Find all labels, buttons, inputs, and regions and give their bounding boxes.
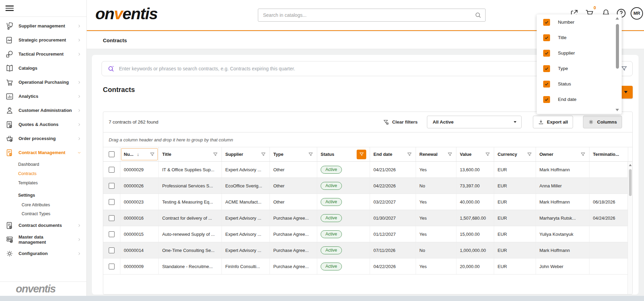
row-checkbox[interactable]: [109, 264, 115, 269]
user-avatar[interactable]: MR: [631, 7, 643, 20]
filter-funnel-icon[interactable]: [407, 152, 412, 157]
cell-owner: John Weber: [536, 258, 589, 274]
column-header-owner[interactable]: Owner: [536, 147, 589, 161]
column-header-type[interactable]: Type: [270, 147, 317, 161]
sidebar-item-customer-administration[interactable]: Customer Administration: [0, 103, 86, 117]
row-checkbox[interactable]: [109, 199, 115, 205]
cell-owner: Mark Hoffmann: [536, 242, 589, 258]
sidebar-item-contract-management[interactable]: Contract Management: [0, 146, 86, 160]
sidebar-subitem-core-attributes[interactable]: Core Attributes: [0, 200, 86, 209]
row-checkbox[interactable]: [109, 215, 115, 221]
column-header-end-date[interactable]: End date: [370, 147, 416, 161]
checkbox-checked-icon[interactable]: [543, 50, 550, 57]
filter-funnel-icon[interactable]: [308, 152, 313, 157]
chevron-right-icon: [77, 80, 82, 85]
scrollbar-thumb[interactable]: [629, 169, 632, 196]
cell-number: 00000029: [120, 162, 159, 177]
cell-renewal: Yes: [416, 226, 456, 242]
download-icon: [538, 119, 544, 125]
column-header-title[interactable]: Title: [159, 147, 222, 161]
column-toggle-status[interactable]: Status: [537, 76, 622, 92]
column-toggle-title[interactable]: Title: [537, 30, 622, 45]
row-checkbox[interactable]: [109, 167, 115, 173]
sidebar-subitem-contracts[interactable]: Contracts: [0, 169, 86, 178]
select-all-checkbox[interactable]: [109, 151, 115, 157]
sidebar-item-operational-purchasing[interactable]: Operational Purchasing: [0, 75, 86, 89]
column-header-currency[interactable]: Currency: [494, 147, 536, 161]
column-header-status[interactable]: Status: [317, 147, 370, 161]
filter-funnel-icon[interactable]: [213, 152, 218, 157]
column-header-supplier[interactable]: Supplier: [222, 147, 270, 161]
table-row[interactable]: 00000015Auto-renewed Supply of ...Expert…: [103, 226, 632, 242]
sidebar-item-strategic-procurement[interactable]: Strategic procurement: [0, 33, 86, 47]
columns-button[interactable]: Columns: [583, 116, 622, 128]
row-checkbox[interactable]: [109, 231, 115, 237]
sidebar-subitem-dashboard[interactable]: Dashboard: [0, 160, 86, 169]
filter-funnel-icon[interactable]: [150, 152, 155, 157]
status-filter-select[interactable]: All Active: [427, 116, 522, 128]
sidebar-item-order-processing[interactable]: Order processing: [0, 131, 86, 146]
checkbox-checked-icon[interactable]: [543, 81, 550, 88]
group-by-dropzone[interactable]: Drag a column header and drop it here to…: [103, 132, 632, 147]
sort-desc-icon[interactable]: ↓: [137, 152, 139, 157]
checkbox-checked-icon[interactable]: [543, 96, 550, 103]
sidebar-item-tactical-procurement[interactable]: Tactical Procurement: [0, 47, 86, 61]
column-header-nu[interactable]: Nu...↓: [120, 147, 159, 161]
clear-filters-button[interactable]: Clear filters: [383, 119, 417, 125]
table-row[interactable]: 00000023Testing & Measuring Eq...ACME Ma…: [103, 194, 632, 210]
table-scrollbar[interactable]: [628, 162, 632, 294]
filter-funnel-icon[interactable]: [447, 152, 453, 157]
search-icon[interactable]: [474, 11, 482, 19]
column-toggle-label: Supplier: [558, 50, 575, 56]
active-filter-funnel-icon[interactable]: [357, 150, 366, 159]
filter-funnel-icon[interactable]: [527, 152, 532, 157]
scrollbar-thumb[interactable]: [616, 24, 619, 69]
sidebar-item-master-data-management[interactable]: Master data management: [0, 232, 86, 246]
sidebar-subitem-contract-types[interactable]: Contract Types: [0, 209, 86, 218]
table-row[interactable]: 00000009Standalone - Recruitme...FinInfo…: [103, 258, 632, 275]
filter-funnel-icon[interactable]: [485, 152, 490, 157]
open-book-icon: [5, 64, 14, 72]
column-toggle-end-date[interactable]: End date: [537, 92, 622, 107]
scroll-up-icon[interactable]: [629, 164, 632, 166]
column-header-label: Nu...: [124, 152, 133, 157]
sidebar-group-settings[interactable]: Settings: [0, 190, 86, 200]
checkbox-checked-icon[interactable]: [543, 19, 550, 26]
filter-funnel-icon[interactable]: [261, 152, 266, 157]
column-header-renewal[interactable]: Renewal: [416, 147, 456, 161]
checkbox-checked-icon[interactable]: [543, 34, 550, 41]
column-toggle-supplier[interactable]: Supplier: [537, 45, 622, 61]
sidebar-item-catalogs[interactable]: Catalogs: [0, 61, 86, 75]
sidebar-item-analytics[interactable]: Analytics: [0, 89, 86, 103]
sidebar-subitem-templates[interactable]: Templates: [0, 178, 86, 187]
filter-funnel-icon[interactable]: [580, 152, 586, 157]
cell-supplier: Expert Advisory ...: [222, 210, 270, 226]
sidebar-item-quotes-auctions[interactable]: Quotes & Auctions: [0, 117, 86, 131]
sidebar-item-supplier-management[interactable]: Supplier management: [0, 19, 86, 33]
catalog-search-input[interactable]: [258, 12, 474, 18]
sidebar-item-configuration[interactable]: Configuration: [0, 246, 86, 261]
column-toggle-type[interactable]: Type: [537, 61, 622, 76]
cart-badge: 0: [594, 5, 596, 10]
row-select-cell: [103, 226, 120, 242]
cell-owner: Mark Hoffmann: [536, 162, 589, 177]
column-toggle-label: Number: [558, 20, 574, 25]
table-row[interactable]: 00000014One-Time Consulting Se...Expert …: [103, 242, 632, 258]
panel-scrollbar[interactable]: [615, 16, 619, 112]
table-row[interactable]: 00000026Professional Services S...EcoOff…: [103, 178, 632, 194]
row-checkbox[interactable]: [109, 183, 115, 189]
column-header-value[interactable]: Value: [456, 147, 494, 161]
scroll-down-icon[interactable]: [616, 109, 619, 111]
column-toggle-number[interactable]: Number: [537, 14, 622, 30]
menu-toggle-button[interactable]: [0, 0, 86, 16]
cell-currency: EUR: [494, 194, 536, 210]
column-header-terminatio[interactable]: Terminatio...: [589, 147, 628, 161]
checkbox-checked-icon[interactable]: [543, 65, 550, 72]
export-all-button[interactable]: Export all: [533, 116, 573, 128]
chevron-right-icon: [77, 38, 82, 43]
table-row[interactable]: 00000029IT & Office Supplies Sup...Exper…: [103, 162, 632, 178]
scroll-up-icon[interactable]: [616, 17, 619, 20]
sidebar-item-contract-documents[interactable]: Contract documents: [0, 218, 86, 232]
row-checkbox[interactable]: [109, 247, 115, 253]
table-row[interactable]: 00000016Contract for delivery of ...Expe…: [103, 210, 632, 226]
